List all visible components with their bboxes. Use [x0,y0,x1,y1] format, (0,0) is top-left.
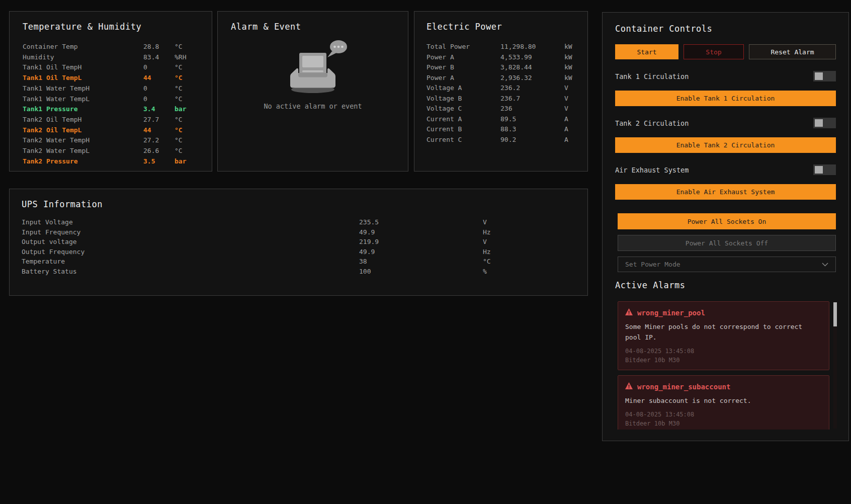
reset-alarm-button[interactable]: Reset Alarm [749,44,836,59]
meter-row: Humidity 83.4 %RH [23,52,199,63]
meter-value: 219.9 [359,237,483,247]
meter-value: 27.7 [143,115,175,125]
meter-row: Output Frequency 49.9 Hz [22,247,575,257]
toggle-knob [815,166,823,174]
meter-unit: °C [175,83,199,94]
temperature-humidity-panel: Temperature & Humidity Container Temp 28… [9,11,212,172]
meter-value: 235.5 [359,217,483,227]
enable-button[interactable]: Enable Air Exhaust System [615,184,836,200]
power-all-sockets-on-button[interactable]: Power All Sockets On [618,213,836,229]
meter-label: Tank2 Water TempL [23,146,143,156]
meter-unit: V [564,94,577,104]
toggle-group: Tank 2 Circulation Enable Tank 2 Circula… [615,115,836,153]
no-alarm-empty-state: No active alarm or event [218,32,408,110]
set-power-mode-placeholder: Set Power Mode [625,261,680,268]
meter-unit: Hz [483,247,575,257]
alarm-event-panel: Alarm & Event No active alarm or e [217,11,408,172]
meter-label: Battery Status [22,267,359,277]
meter-unit: %RH [175,52,199,63]
toggle-knob [815,72,823,80]
meter-unit: °C [175,146,199,156]
meter-unit: V [564,83,577,94]
toggle-label: Air Exhaust System [615,166,689,174]
alarm-card: wrong_miner_pool Some Miner pools do not… [618,301,829,370]
scrollbar-thumb[interactable] [833,302,837,326]
meter-row: Total Power 11,298.80 kW [427,42,577,52]
meter-unit: kW [564,62,577,73]
meter-unit: V [483,237,575,247]
stop-button[interactable]: Stop [684,44,744,59]
toggle-groups: Tank 1 Circulation Enable Tank 1 Circula… [615,68,836,200]
active-alarms-list: wrong_miner_pool Some Miner pools do not… [618,301,837,430]
meter-label: Output Frequency [22,247,359,257]
meter-value: 0 [143,94,175,105]
meter-value: 236 [500,104,564,114]
toggle-label: Tank 2 Circulation [615,119,689,127]
meter-row: Input Frequency 49.9 Hz [22,227,575,237]
start-button[interactable]: Start [615,44,678,59]
meter-unit: °C [175,135,199,146]
meter-row: Voltage C 236 V [427,104,577,114]
toggle-switch-off[interactable] [813,71,836,81]
meter-label: Input Frequency [22,227,359,237]
panel-title: Container Controls [615,24,836,34]
meter-unit: °C [175,125,199,136]
toggle-switch-off[interactable] [813,118,836,128]
meter-value: 27.2 [143,135,175,146]
power-all-sockets-off-button[interactable]: Power All Sockets Off [618,235,836,251]
alarm-device: Bitdeer 10b M30 [625,357,822,364]
alarm-description: Some Miner pools do not correspond to co… [625,321,815,343]
meter-unit: °C [175,62,199,73]
enable-button[interactable]: Enable Tank 2 Circulation [615,137,836,153]
alarm-card-header: wrong_miner_pool [625,308,822,317]
meter-label: Voltage A [427,83,500,94]
toggle-row: Air Exhaust System [615,162,836,178]
meter-row: Tank2 Oil TempL 44 °C [23,125,199,136]
meter-value: 26.6 [143,146,175,156]
meter-unit: bar [175,156,199,167]
meter-unit: kW [564,52,577,63]
temperature-rows: Container Temp 28.8 °C Humidity 83.4 %RH… [23,42,199,166]
meter-label: Tank1 Oil TempL [23,73,143,83]
enable-button[interactable]: Enable Tank 1 Circulation [615,91,836,106]
meter-value: 3,828.44 [500,62,564,73]
meter-value: 49.9 [359,247,483,257]
alarm-cards: wrong_miner_pool Some Miner pools do not… [618,301,837,430]
meter-row: Power B 3,828.44 kW [427,62,577,73]
meter-row: Power A 2,936.32 kW [427,73,577,83]
meter-unit: °C [175,73,199,83]
meter-unit: bar [175,104,199,115]
set-power-mode-select[interactable]: Set Power Mode [618,257,836,272]
no-alarm-text: No active alarm or event [264,102,362,110]
meter-label: Input Voltage [22,217,359,227]
alarm-list-scrollbar[interactable] [833,302,837,429]
meter-label: Tank2 Water TempH [23,135,143,146]
meter-row: Current B 88.3 A [427,124,577,135]
meter-value: 89.5 [500,114,564,125]
alarm-name: wrong_miner_subaccount [637,383,730,391]
meter-value: 2,936.32 [500,73,564,83]
meter-label: Humidity [23,52,143,63]
meter-row: Current A 89.5 A [427,114,577,125]
chevron-down-icon [822,261,828,268]
toggle-knob [815,119,823,127]
meter-row: Tank2 Water TempL 26.6 °C [23,146,199,156]
meter-value: 0 [143,62,175,73]
meter-row: Tank1 Oil TempH 0 °C [23,62,199,73]
toggle-label: Tank 1 Circulation [615,72,689,80]
meter-row: Tank2 Pressure 3.5 bar [23,156,199,167]
meter-value: 0 [143,83,175,94]
meter-unit: V [483,217,575,227]
toggle-row: Tank 1 Circulation [615,68,836,84]
meter-unit: Hz [483,227,575,237]
active-alarms-title: Active Alarms [615,280,836,290]
meter-unit: kW [564,73,577,83]
meter-label: Temperature [22,257,359,267]
meter-row: Tank2 Oil TempH 27.7 °C [23,115,199,125]
meter-row: Current C 90.2 A [427,135,577,145]
toggle-switch-off[interactable] [813,164,836,175]
meter-label: Current B [427,124,500,135]
meter-unit: % [483,267,575,277]
meter-value: 38 [359,257,483,267]
ups-information-panel: UPS Information Input Voltage 235.5 V In… [9,189,588,296]
